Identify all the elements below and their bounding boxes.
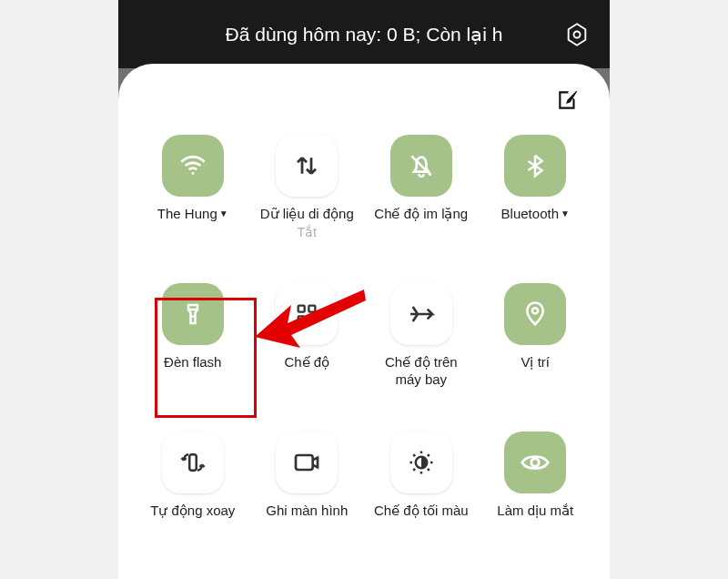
svg-point-1: [191, 172, 194, 175]
edit-icon: [556, 88, 580, 112]
tile-auto-rotate[interactable]: Tự động xoay: [142, 432, 244, 520]
svg-point-2: [192, 315, 195, 318]
svg-point-7: [532, 308, 538, 313]
tile-wifi[interactable]: The Hung▼: [142, 135, 244, 239]
bell-off-icon: [390, 135, 452, 197]
phone-screen: Đã dùng hôm nay: 0 B; Còn lại h Cử chỉ k…: [118, 0, 610, 579]
svg-rect-8: [189, 455, 197, 472]
tile-bluetooth[interactable]: Bluetooth▼: [485, 135, 587, 239]
tile-label: Ghi màn hình: [266, 503, 348, 520]
svg-point-0: [574, 31, 581, 37]
tile-label: Tự động xoay: [150, 503, 235, 520]
svg-rect-5: [298, 316, 305, 322]
panel-header: [138, 82, 590, 124]
tile-label: Đèn flash: [164, 354, 221, 371]
tile-location[interactable]: Vị trí: [485, 283, 587, 389]
settings-hexagon-icon: [564, 22, 590, 47]
flashlight-icon: [162, 283, 224, 345]
bluetooth-icon: [504, 135, 566, 197]
tile-silent-mode[interactable]: Chế độ im lặng: [370, 135, 472, 239]
mobile-data-icon: [276, 135, 338, 197]
tile-screen-record[interactable]: Ghi màn hình: [257, 432, 359, 520]
tile-label: Bluetooth▼: [501, 206, 570, 223]
tile-label: Chế độ tối màu: [374, 503, 469, 520]
svg-rect-3: [298, 305, 305, 311]
status-text: Đã dùng hôm nay: 0 B; Còn lại h: [226, 24, 503, 46]
svg-rect-6: [309, 316, 316, 322]
location-icon: [504, 283, 566, 345]
tile-flashlight[interactable]: Đèn flash: [142, 283, 244, 389]
status-bar: Đã dùng hôm nay: 0 B; Còn lại h: [118, 0, 610, 68]
screen-record-icon: [276, 432, 338, 493]
quick-settings-grid: The Hung▼ Dữ liệu di động Tắt: [138, 124, 590, 520]
svg-rect-4: [309, 305, 316, 311]
tile-eye-comfort[interactable]: Làm dịu mắt: [485, 432, 587, 520]
airplane-icon: [390, 283, 452, 345]
auto-rotate-icon: [162, 432, 224, 493]
tile-airplane-mode[interactable]: Chế độ trên máy bay: [370, 283, 472, 389]
tile-label: Chế độ trên máy bay: [371, 354, 471, 389]
svg-point-11: [531, 459, 540, 467]
svg-rect-9: [296, 455, 313, 470]
settings-button[interactable]: [561, 18, 593, 51]
tile-label: Dữ liệu di động: [260, 206, 354, 223]
dark-mode-icon: [390, 432, 452, 493]
tile-label: Làm dịu mắt: [497, 503, 573, 520]
quick-settings-panel: The Hung▼ Dữ liệu di động Tắt: [118, 64, 610, 579]
tile-label: Vị trí: [521, 354, 550, 371]
tile-label: The Hung▼: [157, 206, 228, 223]
tile-label: Chế độ im lặng: [374, 206, 468, 223]
tile-mobile-data[interactable]: Dữ liệu di động Tắt: [257, 135, 359, 239]
tile-sublabel: Tắt: [298, 225, 317, 239]
tile-label: Chế độ: [284, 354, 329, 371]
tile-mode[interactable]: Chế độ: [257, 283, 359, 389]
grid-mode-icon: [276, 283, 338, 345]
tile-dark-mode[interactable]: Chế độ tối màu: [370, 432, 472, 520]
eye-icon: [504, 432, 566, 493]
wifi-icon: [162, 135, 224, 197]
edit-button[interactable]: [553, 86, 582, 115]
